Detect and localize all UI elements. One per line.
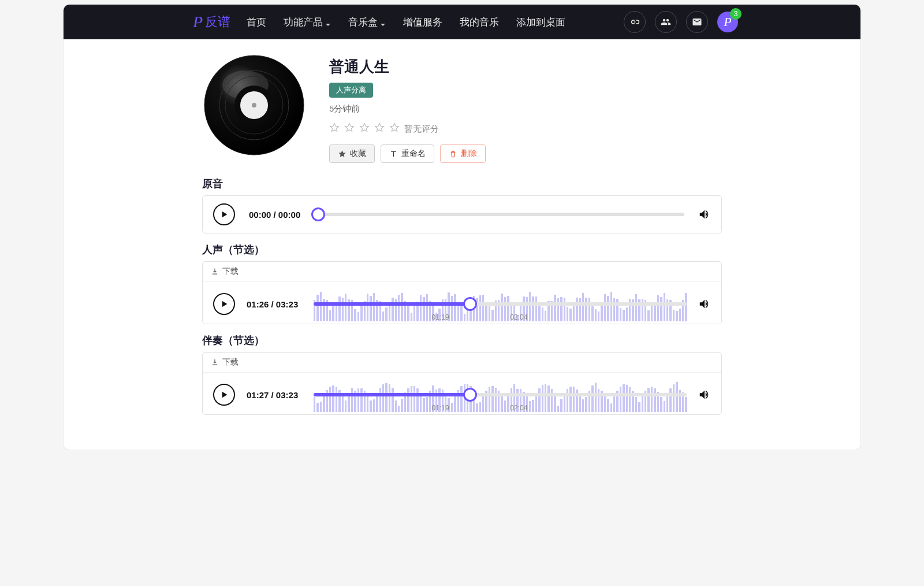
- track-time-ago: 5分钟前: [329, 103, 722, 114]
- time-display: 00:00 / 00:00: [249, 210, 304, 220]
- time-marker: 02:04: [509, 404, 528, 412]
- rating-row: 暂无评分: [329, 123, 722, 135]
- notification-badge: 3: [730, 8, 742, 20]
- vinyl-artwork: [202, 53, 306, 157]
- main-nav: 首页 功能产品 音乐盒 增值服务 我的音乐 添加到桌面: [247, 16, 565, 29]
- download-button[interactable]: 下载: [203, 262, 721, 282]
- section-vocal: 人声（节选） 下载 01:26 / 03:23 01:19 02:04: [202, 243, 722, 324]
- player-vocal: 下载 01:26 / 03:23 01:19 02:04: [202, 261, 722, 324]
- star-icon[interactable]: [389, 123, 400, 135]
- track-header: 普通人生 人声分离 5分钟前 暂无评分 收藏: [202, 53, 722, 163]
- text-icon: [389, 150, 398, 158]
- nav-products[interactable]: 功能产品: [284, 16, 331, 29]
- brand-p-icon: P: [193, 13, 203, 31]
- time-marker: 01:19: [431, 404, 450, 412]
- player-accompaniment: 下载 01:27 / 03:23 01:19 02:04: [202, 352, 722, 415]
- progress-slider[interactable]: 01:19 02:04: [314, 287, 687, 321]
- time-marker: 02:04: [509, 313, 528, 321]
- star-icon[interactable]: [374, 123, 385, 135]
- track-tag: 人声分离: [329, 83, 373, 98]
- section-title-original: 原音: [202, 177, 722, 191]
- play-button[interactable]: [213, 203, 235, 225]
- nav-musicbox[interactable]: 音乐盒: [348, 16, 386, 29]
- user-avatar[interactable]: P 3: [717, 12, 738, 32]
- action-row: 收藏 重命名 删除: [329, 144, 722, 163]
- trash-icon: [449, 150, 457, 158]
- time-display: 01:26 / 03:23: [247, 299, 302, 309]
- header-actions: P 3: [624, 11, 738, 33]
- link-icon-button[interactable]: [624, 11, 646, 33]
- svg-point-7: [252, 103, 256, 107]
- chevron-down-icon: [325, 19, 331, 25]
- delete-button[interactable]: 删除: [440, 144, 486, 163]
- brand-text: 反谱: [205, 13, 230, 31]
- download-icon: [211, 268, 219, 276]
- time-marker: 01:19: [431, 313, 450, 321]
- rename-button[interactable]: 重命名: [381, 144, 434, 163]
- track-title: 普通人生: [329, 57, 722, 77]
- section-accompaniment: 伴奏（节选） 下载 01:27 / 03:23 01:19 02:04: [202, 333, 722, 415]
- nav-vas[interactable]: 增值服务: [403, 16, 442, 29]
- download-button[interactable]: 下载: [203, 353, 721, 373]
- player-original: 00:00 / 00:00: [202, 195, 722, 233]
- play-button[interactable]: [213, 384, 235, 406]
- play-button[interactable]: [213, 293, 235, 315]
- time-display: 01:27 / 03:23: [247, 390, 302, 400]
- volume-icon[interactable]: [698, 388, 711, 401]
- section-title-accompaniment: 伴奏（节选）: [202, 333, 722, 347]
- download-icon: [211, 358, 219, 366]
- section-original: 原音 00:00 / 00:00: [202, 177, 722, 233]
- section-title-vocal: 人声（节选）: [202, 243, 722, 257]
- no-rating-text: 暂无评分: [404, 124, 439, 135]
- progress-slider[interactable]: 01:19 02:04: [314, 377, 687, 412]
- star-icon[interactable]: [329, 123, 340, 135]
- nav-add-desktop[interactable]: 添加到桌面: [516, 16, 565, 29]
- progress-slider[interactable]: [318, 204, 684, 225]
- volume-icon[interactable]: [698, 208, 711, 221]
- favorite-button[interactable]: 收藏: [329, 144, 375, 163]
- star-fill-icon: [338, 150, 346, 158]
- nav-home[interactable]: 首页: [247, 16, 266, 29]
- people-icon-button[interactable]: [655, 11, 677, 33]
- volume-icon[interactable]: [698, 298, 711, 310]
- star-icon[interactable]: [359, 123, 370, 135]
- chevron-down-icon: [380, 19, 386, 25]
- main-content: 普通人生 人声分离 5分钟前 暂无评分 收藏: [195, 39, 729, 450]
- app-header: P 反谱 首页 功能产品 音乐盒 增值服务 我的音乐 添加到桌面: [64, 5, 860, 39]
- nav-mymusic[interactable]: 我的音乐: [460, 16, 499, 29]
- track-meta: 普通人生 人声分离 5分钟前 暂无评分 收藏: [329, 53, 722, 163]
- brand-logo[interactable]: P 反谱: [193, 13, 230, 31]
- star-icon[interactable]: [344, 123, 355, 135]
- mail-icon-button[interactable]: [686, 11, 708, 33]
